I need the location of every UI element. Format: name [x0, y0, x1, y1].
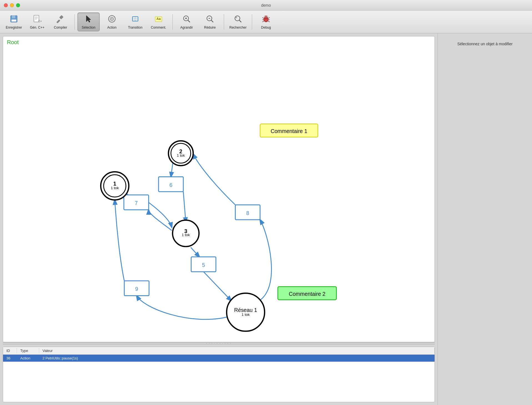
- svg-line-38: [268, 21, 270, 22]
- svg-point-13: [111, 18, 112, 19]
- header-valeur: Valeur: [39, 348, 435, 353]
- window-controls: [4, 3, 20, 7]
- toolbar: Enregistrer C+ Gén. C++ Compiler: [0, 11, 532, 33]
- rechercher-button[interactable]: Rechercher: [227, 12, 249, 31]
- svg-line-28: [239, 20, 241, 22]
- svg-rect-1: [12, 16, 15, 18]
- transition-label: Transition: [128, 26, 142, 29]
- compiler-label: Compiler: [54, 26, 67, 29]
- place-subnet-label: Réseau 1: [234, 307, 257, 313]
- arc-t5-subnet: [204, 272, 231, 301]
- agrandir-label: Agrandir: [180, 26, 193, 29]
- search-icon: [234, 14, 242, 24]
- resize-handle[interactable]: · · · · · · · · · ·: [3, 342, 435, 344]
- place-3-token: 1 tok: [182, 233, 190, 237]
- svg-text:Aa: Aa: [156, 17, 161, 21]
- hammer-icon: [56, 14, 65, 24]
- debug-button[interactable]: Debug: [255, 12, 277, 31]
- svg-line-33: [262, 18, 264, 18]
- sep-3: [224, 14, 224, 30]
- transition-icon: [131, 14, 140, 24]
- place-subnet-token: 1 tok: [242, 312, 250, 317]
- comment-button[interactable]: Aa Comment.: [147, 12, 170, 31]
- gen-cpp-label: Gén. C++: [30, 26, 44, 29]
- cursor-icon: [84, 14, 93, 24]
- maximize-button[interactable]: [16, 3, 20, 7]
- svg-rect-9: [56, 19, 60, 23]
- resize-dots: · · · · · · · · · ·: [206, 342, 232, 345]
- arc-subnet-t8: [260, 220, 272, 300]
- sep-2: [172, 14, 173, 30]
- svg-line-25: [211, 20, 213, 22]
- arc-subnet-t9: [137, 296, 227, 319]
- window-title: demo: [261, 3, 271, 8]
- table-body: 36 Action 2 PetriUtils::pause(1s): [3, 355, 435, 402]
- transition-button[interactable]: Transition: [124, 12, 146, 31]
- enregistrer-button[interactable]: Enregistrer: [3, 12, 25, 31]
- svg-marker-10: [86, 16, 91, 22]
- cell-valeur: 2 PetriUtils::pause(1s): [39, 356, 435, 361]
- selection-button[interactable]: Sélection: [77, 12, 100, 31]
- svg-line-35: [262, 21, 264, 22]
- gen-cpp-button[interactable]: C+ Gén. C++: [26, 12, 48, 31]
- svg-point-27: [236, 17, 237, 18]
- svg-point-32: [267, 16, 268, 17]
- agrandir-button[interactable]: Agrandir: [175, 12, 198, 31]
- canvas-container[interactable]: Root Commentaire 1 Commentaire 2: [3, 36, 435, 342]
- right-panel: Sélectionnez un objet à modifier: [438, 33, 532, 405]
- close-button[interactable]: [4, 3, 8, 7]
- arc-p3-t5: [191, 248, 199, 257]
- arc-t8-p2: [193, 154, 235, 205]
- selection-label: Sélection: [82, 26, 95, 29]
- svg-rect-8: [59, 15, 64, 19]
- reduire-button[interactable]: Réduire: [199, 12, 221, 31]
- transition-7-label: 7: [135, 200, 138, 206]
- canvas-area: Root Commentaire 1 Commentaire 2: [0, 33, 438, 405]
- action-icon: [107, 14, 116, 24]
- action-label: Action: [107, 26, 116, 29]
- canvas-label: Root: [7, 39, 19, 46]
- svg-point-26: [235, 16, 240, 21]
- header-id: ID: [3, 348, 17, 353]
- transition-8-label: 8: [246, 210, 249, 216]
- comment-2-text: Commentaire 2: [289, 291, 325, 297]
- svg-point-31: [264, 16, 266, 17]
- titlebar: demo: [0, 0, 532, 11]
- arc-t6-p3: [183, 192, 186, 222]
- bug-icon: [262, 14, 270, 24]
- minimize-button[interactable]: [10, 3, 14, 7]
- svg-rect-2: [11, 19, 16, 22]
- main-area: Root Commentaire 1 Commentaire 2: [0, 33, 532, 405]
- place-1-token: 1 tok: [111, 186, 119, 190]
- comment-label: Comment.: [151, 26, 166, 29]
- enregistrer-label: Enregistrer: [6, 26, 22, 29]
- comment-1-text: Commentaire 1: [271, 128, 307, 134]
- transition-9-label: 9: [135, 286, 138, 292]
- bottom-table: ID Type Valeur 36 Action 2 PetriUtils::p…: [3, 347, 435, 402]
- sep-1: [74, 14, 75, 30]
- transition-5-label: 5: [202, 262, 205, 268]
- place-2-token: 1 tok: [177, 153, 185, 158]
- right-panel-prompt: Sélectionnez un objet à modifier: [442, 42, 528, 46]
- zoom-out-icon: [205, 14, 214, 24]
- save-icon: [9, 14, 18, 24]
- sep-4: [252, 14, 252, 30]
- comment-icon: Aa: [154, 14, 163, 24]
- table-row[interactable]: 36 Action 2 PetriUtils::pause(1s): [3, 355, 435, 362]
- cell-type: Action: [17, 356, 39, 361]
- svg-line-36: [268, 18, 270, 18]
- gen-cpp-icon: C+: [33, 14, 42, 24]
- header-type: Type: [17, 348, 39, 353]
- compiler-button[interactable]: Compiler: [49, 12, 72, 31]
- arc-t9-p1: [115, 200, 124, 281]
- zoom-in-icon: [182, 14, 191, 24]
- svg-line-22: [188, 20, 190, 22]
- reduire-label: Réduire: [204, 26, 216, 29]
- petri-net-canvas[interactable]: Commentaire 1 Commentaire 2: [3, 36, 435, 342]
- action-button[interactable]: Action: [101, 12, 123, 31]
- table-header: ID Type Valeur: [3, 347, 435, 355]
- cell-id: 36: [3, 356, 17, 361]
- rechercher-label: Rechercher: [229, 26, 247, 29]
- transition-6-label: 6: [169, 182, 172, 188]
- debug-label: Debug: [261, 26, 271, 29]
